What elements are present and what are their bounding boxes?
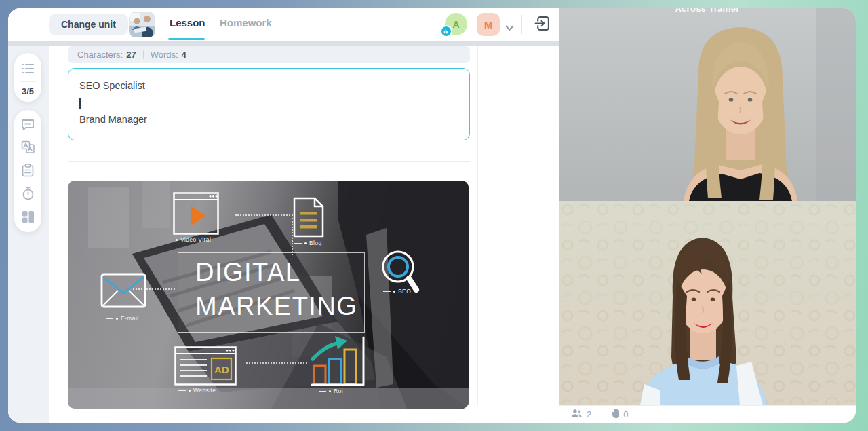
exit-lesson-button[interactable] <box>532 14 552 35</box>
participant-avatar-m[interactable]: M <box>477 13 500 36</box>
layout-icon[interactable] <box>20 209 35 224</box>
rail-divider <box>20 81 36 82</box>
content-scrollbar[interactable] <box>477 46 478 406</box>
answer-textarea[interactable]: SEO Specialist Brand Manager <box>68 68 470 140</box>
ad-text: AD <box>214 364 229 375</box>
characters-value: 27 <box>126 50 136 60</box>
trainer-video: Across Trainer <box>559 8 856 201</box>
active-tab-underline <box>168 38 205 40</box>
words-value: 4 <box>182 50 186 60</box>
thumbs-up-badge-icon <box>440 25 452 37</box>
answer-line-1: SEO Specialist <box>79 77 458 94</box>
scrolled-content-edge <box>8 41 559 46</box>
blog-icon <box>293 197 324 240</box>
raised-hands-count: 0 <box>623 409 628 419</box>
exercise-list-icon[interactable] <box>20 61 35 76</box>
seo-icon <box>378 246 427 303</box>
chevron-down-icon[interactable] <box>505 22 514 34</box>
answer-line-3: Brand Manager <box>79 111 458 128</box>
header-divider <box>521 15 522 34</box>
stats-separator <box>143 50 144 59</box>
call-bar-divider <box>601 410 601 419</box>
call-status-bar: 2 0 <box>559 405 856 423</box>
tab-lesson[interactable]: Lesson <box>170 17 205 29</box>
exercise-progress-card: 3/5 <box>14 53 41 102</box>
video-viral-icon <box>173 192 219 238</box>
roi-label: Roi <box>319 388 343 394</box>
unit-thumbnail[interactable] <box>129 12 155 37</box>
blog-label: Blog <box>294 240 322 246</box>
change-unit-button[interactable]: Change unit <box>49 14 128 35</box>
title-line-digital: DIGITAL <box>195 258 301 287</box>
translate-icon[interactable] <box>20 140 35 155</box>
website-label: Website <box>178 387 216 394</box>
video-viral-label: Video Viral <box>165 236 211 243</box>
website-icon: AD <box>174 346 237 388</box>
logout-icon <box>534 15 551 32</box>
answer-line-2 <box>79 94 458 111</box>
app-frame: Change unit Lesson Homework <box>0 0 868 431</box>
lesson-app: Change unit Lesson Homework <box>8 8 559 423</box>
student-webcam-image <box>559 201 856 405</box>
lesson-tools-card <box>14 110 41 232</box>
trainer-name-label: Across Trainer <box>559 8 856 14</box>
exercise-progress-label: 3/5 <box>22 86 34 96</box>
lesson-window: Change unit Lesson Homework <box>8 8 856 423</box>
dotted-line <box>235 214 293 216</box>
lesson-image-digital-marketing: Video Viral Blog <box>68 181 469 409</box>
video-call-panel: Across Trainer <box>559 8 856 423</box>
dotted-line <box>246 362 307 364</box>
text-stats-bar: Characters: 27 Words: 4 <box>68 46 470 63</box>
unit-thumbnail-image <box>129 12 155 37</box>
text-caret <box>79 98 81 109</box>
content-divider <box>68 161 470 162</box>
trainer-webcam-image <box>559 8 856 201</box>
timer-icon[interactable] <box>20 186 35 201</box>
title-line-marketing: MARKETING <box>195 292 357 321</box>
words-label: Words: <box>151 50 178 60</box>
email-label: E-mail <box>106 315 139 322</box>
app-header: Change unit Lesson Homework <box>8 8 559 41</box>
participants-count: 2 <box>587 409 591 419</box>
sidebar-rail <box>8 46 49 423</box>
roi-chart-icon <box>311 333 369 390</box>
characters-label: Characters: <box>77 50 123 60</box>
seo-label: SEO <box>383 288 411 295</box>
tasks-clipboard-icon[interactable] <box>20 163 35 178</box>
raised-hand-icon <box>611 409 619 421</box>
participants-icon <box>571 409 583 421</box>
chat-icon[interactable] <box>20 117 35 132</box>
email-icon <box>100 271 146 312</box>
student-video <box>559 201 856 405</box>
tab-homework[interactable]: Homework <box>220 17 272 29</box>
